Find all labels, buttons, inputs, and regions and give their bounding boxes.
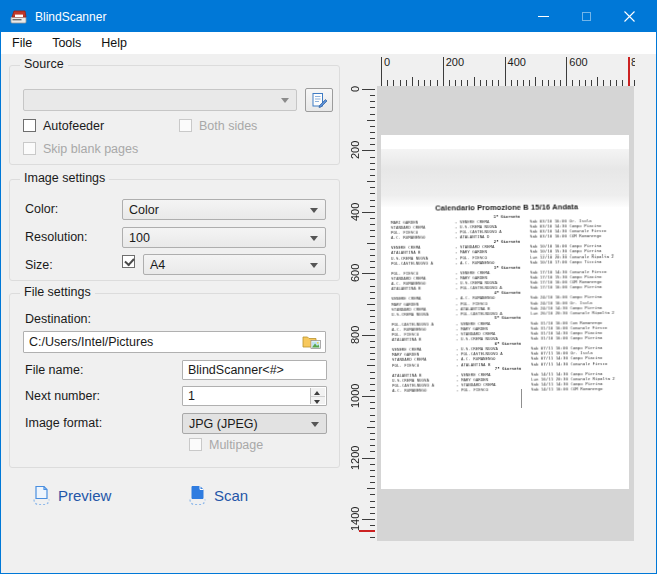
maximize-button[interactable] bbox=[565, 1, 608, 32]
resolution-select[interactable]: 100 bbox=[122, 227, 326, 248]
chevron-down-icon bbox=[310, 236, 318, 245]
scan-document-title: Calendario Promozione B 15/16 Andata bbox=[391, 202, 623, 213]
image-format-value: JPG (JPEG) bbox=[189, 417, 258, 431]
minimize-button[interactable] bbox=[522, 1, 565, 32]
multipage-label: Multipage bbox=[209, 438, 263, 452]
close-icon bbox=[623, 10, 636, 23]
scan-icon bbox=[188, 485, 207, 506]
folder-image-icon bbox=[302, 334, 322, 350]
file-name-value: BlindScanner<#> bbox=[188, 363, 284, 377]
preview-button-label: Preview bbox=[58, 487, 111, 504]
scanner-app-icon bbox=[10, 9, 27, 24]
v-ruler: 0200400600800100012001400 bbox=[347, 86, 377, 544]
scan-button[interactable]: Scan bbox=[188, 485, 248, 506]
autofeeder-label: Autofeeder bbox=[43, 119, 104, 133]
spin-up-button[interactable] bbox=[311, 388, 325, 396]
scan-document-body: 1ª GiornataMARI GARDEN- VENERE CREMASab … bbox=[391, 213, 625, 393]
file-settings-group-label: File settings bbox=[20, 285, 95, 299]
resolution-label: Resolution: bbox=[25, 230, 88, 244]
minimize-icon bbox=[538, 16, 549, 17]
menu-help[interactable]: Help bbox=[91, 33, 137, 53]
size-select[interactable]: A4 bbox=[143, 254, 326, 275]
skip-blank-pages-label: Skip blank pages bbox=[43, 142, 138, 156]
autofeeder-checkbox[interactable] bbox=[23, 119, 36, 132]
both-sides-label: Both sides bbox=[199, 119, 257, 133]
color-label: Color: bbox=[25, 202, 58, 216]
v-ruler-marker bbox=[359, 530, 375, 532]
destination-label: Destination: bbox=[25, 312, 91, 326]
chevron-down-icon bbox=[310, 263, 318, 272]
image-settings-group-label: Image settings bbox=[20, 171, 109, 185]
next-number-spinner bbox=[310, 388, 325, 404]
preview-button[interactable]: Preview bbox=[32, 485, 111, 506]
color-select[interactable]: Color bbox=[122, 199, 326, 220]
document-pen-icon bbox=[311, 92, 328, 108]
next-number-label: Next number: bbox=[25, 389, 100, 403]
h-ruler-marker bbox=[628, 57, 630, 86]
titlebar: BlindScanner bbox=[1, 1, 656, 32]
scan-artifact-line bbox=[521, 389, 522, 408]
scanner-select[interactable] bbox=[23, 89, 297, 111]
choose-folder-button[interactable] bbox=[302, 334, 322, 354]
configure-scanner-button[interactable] bbox=[305, 88, 333, 112]
destination-value: C:/Users/Intel/Pictures bbox=[29, 335, 153, 349]
size-select-value: A4 bbox=[150, 258, 165, 272]
match-row: A.C. ROMANENGO- POL. FIESCOSab 14/11 16:… bbox=[392, 386, 624, 393]
scan-button-label: Scan bbox=[214, 487, 248, 504]
preview-scan-icon bbox=[32, 485, 51, 506]
window-title: BlindScanner bbox=[35, 10, 106, 24]
app-window: BlindScanner File Tools Help Source bbox=[0, 0, 657, 574]
maximize-icon bbox=[582, 12, 591, 21]
main-content: Source Autofeeder Both sides Skip blank … bbox=[1, 54, 656, 573]
next-number-value: 1 bbox=[188, 389, 195, 403]
resolution-select-value: 100 bbox=[129, 231, 150, 245]
size-checkbox[interactable] bbox=[122, 255, 135, 268]
skip-blank-pages-checkbox[interactable] bbox=[23, 142, 36, 155]
next-number-input[interactable]: 1 bbox=[182, 386, 327, 406]
color-select-value: Color bbox=[129, 203, 159, 217]
image-format-label: Image format: bbox=[25, 416, 102, 430]
scan-document: Calendario Promozione B 15/16 Andata 1ª … bbox=[381, 135, 629, 393]
both-sides-checkbox[interactable] bbox=[179, 119, 192, 132]
h-ruler: 0200400600800 bbox=[379, 56, 635, 86]
file-name-input[interactable]: BlindScanner<#> bbox=[182, 360, 327, 380]
source-group-label: Source bbox=[20, 57, 68, 71]
chevron-down-icon bbox=[281, 98, 289, 107]
close-button[interactable] bbox=[608, 1, 651, 32]
file-name-label: File name: bbox=[25, 363, 83, 377]
image-format-select[interactable]: JPG (JPEG) bbox=[182, 413, 327, 434]
scanned-page: Calendario Promozione B 15/16 Andata 1ª … bbox=[381, 135, 629, 489]
chevron-down-icon bbox=[310, 208, 318, 217]
spin-down-button[interactable] bbox=[311, 396, 325, 405]
size-label: Size: bbox=[25, 258, 53, 272]
chevron-down-icon bbox=[311, 422, 319, 431]
menu-file[interactable]: File bbox=[2, 33, 42, 53]
multipage-checkbox[interactable] bbox=[189, 438, 202, 451]
menu-tools[interactable]: Tools bbox=[42, 33, 91, 53]
titlebar-buttons bbox=[522, 1, 651, 32]
menubar: File Tools Help bbox=[1, 32, 656, 54]
destination-input[interactable]: C:/Users/Intel/Pictures bbox=[23, 331, 326, 353]
